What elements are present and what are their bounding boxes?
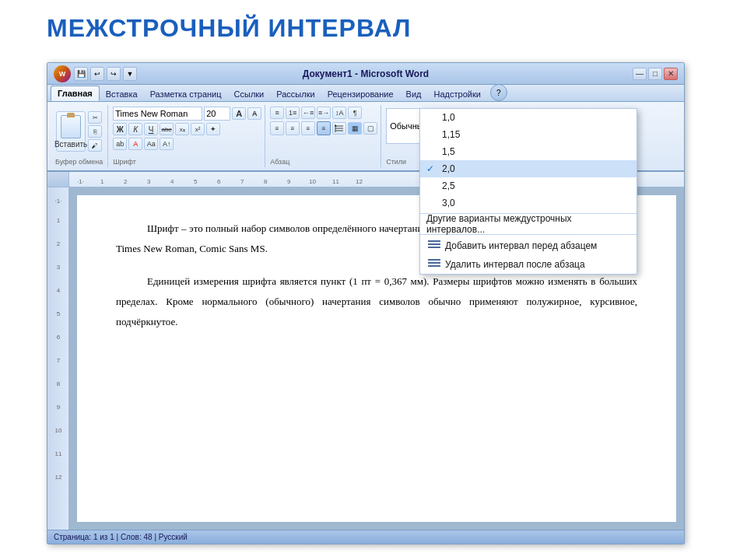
help-button[interactable]: ? [490, 84, 507, 101]
svg-text:6: 6 [217, 178, 221, 185]
para-row1: ≡ 1≡ ←≡ ≡→ ↕A ¶ [270, 107, 377, 119]
spacing-1-0[interactable]: 1,0 [420, 109, 637, 126]
svg-text:5: 5 [57, 310, 61, 317]
vertical-ruler: ·1· 1 2 3 4 5 6 7 8 9 10 11 12 [47, 187, 69, 530]
para-label: Абзац [270, 156, 377, 166]
align-right-button[interactable]: ≡ [301, 121, 315, 135]
strikethrough-button[interactable]: abe [160, 123, 174, 135]
spacing-2-0[interactable]: 2,0 [420, 160, 637, 177]
shading-button[interactable]: ▦ [348, 122, 362, 135]
tab-insert[interactable]: Вставка [100, 87, 144, 101]
show-marks-button[interactable]: ¶ [348, 107, 362, 119]
format-painter-button[interactable]: 🖌 [88, 139, 102, 152]
svg-text:10: 10 [55, 427, 62, 434]
indent-decrease-button[interactable]: ←≡ [301, 107, 315, 119]
title-bar: W 💾 ↩ ↪ ▼ Документ1 - Microsoft Word — □… [47, 63, 684, 85]
svg-text:·1·: ·1· [77, 178, 84, 185]
clipboard-side: ✂ ⎘ 🖌 [88, 111, 102, 152]
spacing-1-5[interactable]: 1,5 [420, 143, 637, 160]
spacing-1-15[interactable]: 1,15 [420, 126, 637, 143]
sort-button[interactable]: ↕A [332, 107, 346, 119]
paste-button[interactable]: Вставить [56, 111, 86, 152]
copy-button[interactable]: ⎘ [88, 125, 102, 138]
para-group: ≡ 1≡ ←≡ ≡→ ↕A ¶ ≡ ≡ ≡ ≡ [267, 105, 381, 167]
remove-after-para[interactable]: Удалить интервал после абзаца [420, 255, 637, 274]
align-left-button[interactable]: ≡ [270, 121, 284, 135]
bold-button[interactable]: Ж [113, 123, 127, 135]
clipboard-group: Вставить ✂ ⎘ 🖌 Буфер обмена [51, 105, 108, 167]
align-center-button[interactable]: ≡ [286, 121, 300, 135]
tab-pagelayout[interactable]: Разметка страниц [144, 87, 228, 101]
remove-after-label: Удалить интервал после абзаца [445, 259, 585, 270]
grow-font-button[interactable]: A [232, 107, 246, 120]
svg-text:5: 5 [194, 178, 198, 185]
font-row2: Ж К Ч abe x₂ x² ✦ [113, 123, 261, 135]
title-bar-left: W 💾 ↩ ↪ ▼ [54, 65, 137, 82]
svg-text:8: 8 [264, 178, 268, 185]
case-button[interactable]: A↑ [160, 138, 174, 150]
ruler-corner [47, 172, 69, 187]
svg-text:8: 8 [57, 380, 61, 387]
line-spacing-button[interactable] [332, 122, 346, 135]
add-before-icon [428, 240, 440, 251]
align-justify-button[interactable]: ≡ [317, 121, 331, 135]
superscript-button[interactable]: x² [191, 123, 205, 135]
svg-text:10: 10 [309, 178, 316, 185]
paragraph2: Единицей измерения шрифта является пункт… [116, 271, 637, 332]
font-color-button[interactable]: A [128, 138, 142, 150]
indent-increase-button[interactable]: ≡→ [317, 107, 331, 119]
svg-text:·1·: ·1· [55, 198, 62, 205]
minimize-button[interactable]: — [633, 68, 647, 80]
uppercase-button[interactable]: Aa [144, 138, 158, 150]
save-icon[interactable]: 💾 [74, 67, 88, 81]
cut-button[interactable]: ✂ [88, 111, 102, 124]
tab-references[interactable]: Ссылки [228, 87, 271, 101]
window-controls: — □ ✕ [633, 68, 678, 80]
font-size-input[interactable] [204, 107, 230, 121]
list-numbered-button[interactable]: 1≡ [286, 107, 300, 119]
quick-access-toolbar: 💾 ↩ ↪ ▼ [74, 67, 137, 81]
customize-icon[interactable]: ▼ [123, 67, 137, 81]
line-spacing-dropdown: 1,0 1,15 1,5 2,0 2,5 3,0 Другие варианты… [419, 108, 637, 275]
svg-text:4: 4 [57, 287, 61, 294]
svg-text:2: 2 [57, 240, 61, 247]
border-button[interactable]: ▢ [363, 122, 377, 135]
status-text: Страница: 1 из 1 | Слов: 48 | Русский [54, 533, 188, 541]
spacing-3-0[interactable]: 3,0 [420, 194, 637, 212]
spacing-1-15-label: 1,15 [442, 129, 460, 140]
para-row2: ≡ ≡ ≡ ≡ ▦ ▢ [270, 121, 377, 135]
tab-home[interactable]: Главная [51, 86, 100, 101]
svg-text:7: 7 [57, 357, 61, 364]
italic-button[interactable]: К [128, 123, 142, 135]
tab-view[interactable]: Вид [400, 87, 428, 101]
list-bullet-button[interactable]: ≡ [270, 107, 284, 119]
add-before-label: Добавить интервал перед абзацем [445, 240, 597, 251]
spacing-2-5-label: 2,5 [442, 180, 455, 191]
subscript-button[interactable]: x₂ [175, 123, 189, 135]
tab-mailings[interactable]: Рассылки [270, 87, 321, 101]
svg-text:4: 4 [170, 178, 174, 185]
other-spacing-option[interactable]: Другие варианты междустрочных интервалов… [420, 215, 637, 233]
svg-text:6: 6 [57, 334, 61, 341]
clear-format-button[interactable]: ✦ [206, 123, 220, 135]
remove-after-icon [428, 259, 440, 270]
redo-icon[interactable]: ↪ [107, 67, 121, 81]
undo-icon[interactable]: ↩ [90, 67, 104, 81]
add-before-para[interactable]: Добавить интервал перед абзацем [420, 236, 637, 255]
close-button[interactable]: ✕ [664, 68, 678, 80]
page-title: МЕЖСТРОЧНЫЙ ИНТЕРВАЛ [47, 14, 411, 43]
window-title: Документ1 - Microsoft Word [303, 68, 429, 79]
office-button[interactable]: W [54, 65, 71, 82]
tab-review[interactable]: Рецензирование [321, 87, 400, 101]
spacing-2-5[interactable]: 2,5 [420, 177, 637, 194]
shrink-font-button[interactable]: A [247, 107, 261, 120]
highlight-button[interactable]: ab [113, 138, 127, 150]
maximize-button[interactable]: □ [648, 68, 662, 80]
underline-button[interactable]: Ч [144, 123, 158, 135]
tab-addins[interactable]: Надстройки [428, 87, 487, 101]
vertical-ruler-svg: ·1· 1 2 3 4 5 6 7 8 9 10 11 12 [47, 187, 69, 530]
spacing-2-0-label: 2,0 [442, 163, 455, 174]
svg-text:3: 3 [147, 178, 151, 185]
font-name-input[interactable] [113, 107, 202, 121]
svg-text:3: 3 [57, 264, 61, 271]
